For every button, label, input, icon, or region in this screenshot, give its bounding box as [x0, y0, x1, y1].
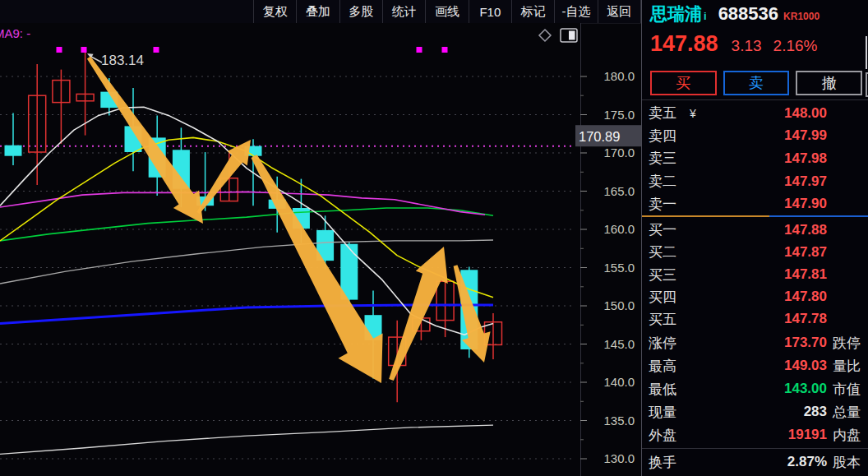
- trend-arrow[interactable]: [252, 155, 383, 383]
- candlestick-chart[interactable]: MA9: - 183.14: [0, 23, 580, 476]
- market-badge: KR1000: [783, 11, 820, 22]
- buy-level-3-value[interactable]: 147.81: [784, 266, 827, 283]
- info-icon[interactable]: i: [704, 10, 707, 22]
- sell-button[interactable]: 卖: [723, 71, 790, 95]
- sell-level-2: 卖二147.97: [642, 170, 868, 193]
- buy-level-1: 买一147.88: [642, 219, 868, 241]
- menu-item-8[interactable]: 返回: [598, 0, 641, 23]
- buy-level-4-label: 买四: [649, 288, 695, 307]
- turnover-label2: 股本: [833, 453, 861, 472]
- stat-row-1-label: 最高: [649, 357, 695, 376]
- ma-line-gray: [0, 240, 493, 284]
- buy-level-4: 买四147.80: [642, 286, 868, 308]
- sell-level-1-label: 卖一: [649, 195, 695, 214]
- buy-level-3: 买三147.81: [642, 263, 868, 285]
- stock-name: 思瑞浦: [650, 4, 702, 23]
- sell-level-4-value[interactable]: 147.99: [784, 127, 827, 144]
- price-axis: 180.0175.0170.0165.0160.0155.0150.0145.0…: [575, 23, 641, 476]
- cancel-button[interactable]: 撤: [796, 71, 862, 95]
- ma-line-silver: [0, 425, 493, 454]
- buy-level-5-value[interactable]: 147.78: [784, 311, 827, 327]
- sell-level-5: 卖五¥148.00: [642, 102, 868, 125]
- diamond-icon[interactable]: [539, 30, 551, 41]
- menu-item-6[interactable]: 标记: [511, 0, 554, 23]
- candle: [53, 70, 70, 144]
- axis-label: 145.0: [603, 337, 635, 351]
- candle-body-down: [5, 146, 22, 156]
- buy-level-1-value[interactable]: 147.88: [784, 222, 827, 238]
- axis-highlight-label: 170.89: [579, 129, 620, 144]
- axis-label: 155.0: [603, 261, 635, 275]
- menu-item-0[interactable]: 复权: [253, 0, 296, 23]
- axis-label: 170.0: [603, 146, 635, 159]
- stat-row-3-value: 283: [804, 404, 827, 420]
- buy-level-3-label: 买三: [649, 266, 695, 284]
- sell-level-5-value[interactable]: 148.00: [784, 105, 827, 122]
- panel-split-icon-fill: [569, 31, 575, 40]
- axis-label: 130.0: [603, 451, 635, 465]
- menu-item-2[interactable]: 多股: [339, 0, 382, 23]
- menu-item-4[interactable]: 画线: [425, 0, 468, 23]
- sell-level-2-value[interactable]: 147.97: [784, 173, 827, 190]
- axis-label: 140.0: [603, 375, 635, 389]
- buy-level-5-label: 买五: [649, 310, 695, 329]
- buy-level-2-label: 买二: [649, 243, 695, 261]
- stat-row-2: 最低143.00市值: [642, 377, 868, 400]
- buy-button[interactable]: 买: [650, 71, 717, 95]
- sell-level-4: 卖四147.99: [642, 125, 868, 148]
- buy-level-2: 买二147.87: [642, 241, 868, 263]
- stat-row-4-label: 外盘: [649, 426, 695, 445]
- trade-buttons: 买卖撤: [650, 71, 868, 95]
- turnover-row: 换手2.87%股本: [642, 450, 868, 474]
- sell-level-5-label: 卖五: [649, 104, 695, 122]
- stat-row-2-value: 143.00: [784, 381, 827, 397]
- stat-row-1-label2: 量比: [833, 357, 861, 376]
- sell-level-3: 卖三147.98: [642, 147, 868, 170]
- marker-dot: [81, 47, 87, 53]
- ma-line-green: [0, 208, 493, 241]
- sell-level-1-value[interactable]: 147.90: [784, 196, 827, 212]
- sell-levels: 卖五¥148.00卖四147.99卖三147.98卖二147.97卖一147.9…: [642, 102, 868, 215]
- buy-levels: 买一147.88买二147.87买三147.81买四147.80买五147.78: [642, 219, 868, 330]
- stock-header: 思瑞浦i688536KR1000: [650, 2, 820, 25]
- marker-dot: [442, 47, 448, 53]
- stat-row-0: 涨停173.70跌停: [642, 331, 868, 354]
- axis-label: 160.0: [603, 222, 635, 236]
- trend-arrow[interactable]: [87, 57, 203, 224]
- axis-label: 150.0: [603, 298, 635, 312]
- stat-row-1-value: 149.03: [784, 358, 827, 374]
- sell-level-4-label: 卖四: [649, 127, 695, 146]
- buy-level-4-value[interactable]: 147.80: [784, 289, 827, 305]
- menu-item-1[interactable]: 叠加: [296, 0, 339, 23]
- sell-level-1: 卖一147.90: [642, 192, 868, 215]
- axis-label: 175.0: [603, 108, 635, 122]
- axis-label: 135.0: [603, 414, 635, 427]
- buy-level-1-label: 买一: [649, 220, 695, 239]
- stat-row-3-label2: 总量: [833, 403, 861, 422]
- buy-level-2-value[interactable]: 147.87: [784, 244, 827, 261]
- stat-row-4-value: 19191: [788, 427, 827, 443]
- menu-item-5[interactable]: F10: [469, 0, 511, 23]
- axis-label: 180.0: [603, 69, 635, 83]
- axis-label: 165.0: [603, 184, 635, 198]
- candle: [29, 64, 46, 185]
- vertical-divider: [866, 36, 867, 69]
- last-price: 147.88: [650, 31, 718, 56]
- sell-level-3-value[interactable]: 147.98: [784, 150, 827, 167]
- stat-row-3-label: 现量: [649, 403, 695, 422]
- stat-row-0-label: 涨停: [649, 334, 695, 353]
- menu-item-7[interactable]: -自选: [554, 0, 597, 23]
- stat-row-1: 最高149.03量比: [642, 354, 868, 377]
- menu-items: 复权叠加多股统计画线F10标记-自选返回: [253, 0, 641, 23]
- turnover: 换手2.87%股本: [642, 450, 868, 474]
- price-change: 3.13: [732, 37, 762, 54]
- app-window: 复权叠加多股统计画线F10标记-自选返回 MA9: - 183.14 180.0…: [0, 0, 868, 476]
- menu-item-3[interactable]: 统计: [382, 0, 425, 23]
- quote-panel: 思瑞浦i688536KR1000 147.883.132.16% 买卖撤 卖五¥…: [641, 0, 868, 476]
- bid-ask-divider: [642, 215, 868, 217]
- chart-canvas[interactable]: [0, 23, 580, 476]
- ma-line-magenta: [0, 192, 485, 215]
- divider: [642, 448, 868, 449]
- stat-row-3: 现量283总量: [642, 400, 868, 423]
- price-change-pct: 2.16%: [773, 37, 818, 54]
